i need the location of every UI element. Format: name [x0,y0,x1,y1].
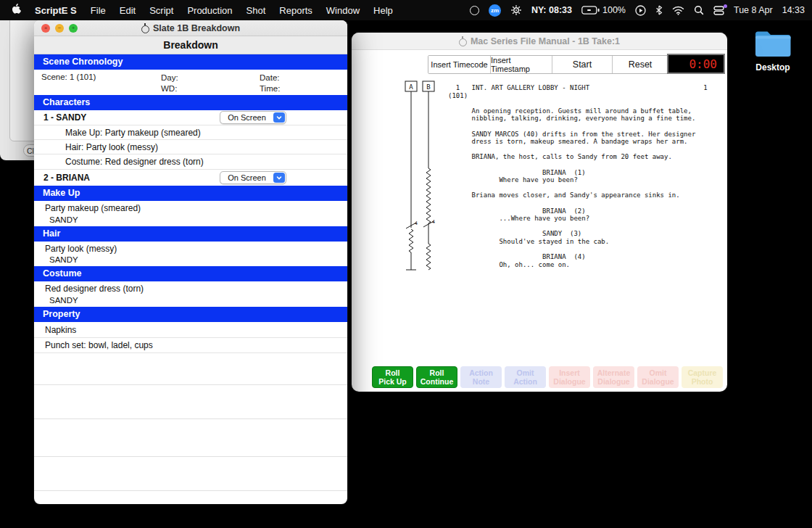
close-button[interactable]: × [41,24,50,33]
battery-percent: 100% [602,5,626,15]
character-detail-row: Hair: Party look (messy) [34,140,347,154]
script-toolbar: Insert Timecode Insert Timestamp Start R… [352,50,727,75]
menu-shot[interactable]: Shot [246,5,266,16]
hair-character: SANDY [34,253,347,266]
apple-menu-icon[interactable] [12,4,21,17]
menu-app-name[interactable]: ScriptE S [35,5,77,16]
section-characters: Characters [34,95,347,110]
menu-help[interactable]: Help [373,5,393,16]
menu-production[interactable]: Production [187,5,232,16]
onscreen-popup-sandy[interactable]: On Screen [220,111,286,124]
gear-icon[interactable] [510,4,522,16]
folder-label: Desktop [751,62,795,73]
chevron-down-icon [273,112,285,123]
insert-timecode-button[interactable]: Insert Timecode [428,56,491,73]
menu-script[interactable]: Script [149,5,173,16]
wifi-icon[interactable] [672,6,684,15]
makeup-item: Party makeup (smeared) [34,201,347,213]
desktop-folder[interactable]: Desktop [751,28,795,73]
wd-label: WD: [161,83,260,94]
scene-info: Scene: 1 (101) Day: WD: Date: Time: [34,70,347,95]
desktop: ScriptE S File Edit Script Production Sh… [0,0,812,528]
costume-character: SANDY [34,293,347,307]
menu-reports[interactable]: Reports [279,5,312,16]
alternate-dialogue-button[interactable]: AlternateDialogue [593,366,634,388]
chevron-down-icon [273,173,285,183]
stopwatch-icon [459,36,467,46]
search-icon[interactable] [694,5,704,15]
minimize-button[interactable]: − [55,24,64,33]
action-note-button[interactable]: ActionNote [460,366,502,388]
record-circle-icon[interactable] [470,6,479,15]
property-item: Napkins [34,322,347,338]
notification-dot [724,4,727,8]
slate-mark-b: B [426,83,430,91]
date-label: Date: [260,73,332,83]
stopwatch-icon [141,23,149,33]
pickup-take-number-b: 4 [432,219,435,225]
script-window-title: Mac Series File Manual - 1B Take:1 [352,36,727,46]
zoom-app-icon[interactable]: zm [489,4,501,17]
empty-row [34,419,347,457]
character-name: 2 - BRIANA [34,173,90,183]
reset-button[interactable]: Reset [613,56,668,73]
breakdown-heading: Breakdown [34,36,347,54]
character-detail-row: Make Up: Party makeup (smeared) [34,125,347,140]
breakdown-window: × − + Slate 1B Breakdown Breakdown Scene… [34,20,347,504]
action-button-row: RollPick Up RollContinue ActionNote Omit… [352,366,727,388]
traffic-lights: × − + [41,24,78,33]
zoom-button[interactable]: + [69,24,78,33]
menu-bar: ScriptE S File Edit Script Production Sh… [0,0,812,20]
menu-file[interactable]: File [91,5,106,16]
menu-date[interactable]: Tue 8 Apr [734,5,773,15]
section-property: Property [34,307,347,322]
section-costume: Costume [34,266,347,281]
omit-action-button[interactable]: OmitAction [505,366,546,388]
omit-dialogue-button[interactable]: OmitDialogue [637,366,679,388]
empty-row [34,385,347,419]
empty-row [34,353,347,385]
folder-icon [753,48,792,60]
script-window: Mac Series File Manual - 1B Take:1 Inser… [352,33,727,392]
roll-pickup-button[interactable]: RollPick Up [372,366,413,388]
menu-edit[interactable]: Edit [120,5,136,16]
makeup-character: SANDY [34,213,347,226]
character-row-briana: 2 - BRIANA On Screen [34,170,347,186]
character-name: 1 - SANDY [34,112,86,123]
empty-row [34,457,347,491]
scene-label: Scene: [41,73,67,81]
script-window-titlebar[interactable]: Mac Series File Manual - 1B Take:1 [352,33,727,50]
battery-status[interactable]: 100% [581,5,626,15]
character-row-sandy: 1 - SANDY On Screen [34,110,347,125]
bluetooth-icon[interactable] [655,5,663,15]
ny-clock: NY: 08:33 [531,5,572,15]
day-label: Day: [161,73,260,83]
roll-continue-button[interactable]: RollContinue [416,366,457,388]
script-page[interactable]: A B 4 4 1 INT. ART GALLERY LOBBY - NIGHT… [352,75,727,366]
section-make-up: Make Up [34,186,347,201]
menu-clock[interactable]: 14:33 [782,5,805,15]
breakdown-titlebar[interactable]: × − + Slate 1B Breakdown [34,20,347,36]
capture-photo-button[interactable]: CapturePhoto [682,366,723,388]
costume-item: Red designer dress (torn) [34,281,347,293]
onscreen-popup-briana[interactable]: On Screen [220,171,286,184]
scene-value: 1 (101) [70,73,96,81]
insert-dialogue-button[interactable]: InsertDialogue [549,366,590,388]
breakdown-window-title: Slate 1B Breakdown [34,23,347,33]
property-item: Punch set: bowl, ladel, cups [34,338,347,353]
screenplay-text: 1 INT. ART GALLERY LOBBY - NIGHT 1 (101)… [448,84,708,268]
menu-window[interactable]: Window [326,5,360,16]
control-center-icon[interactable] [713,6,724,15]
section-scene-chronology: Scene Chronology [34,54,347,70]
section-hair: Hair [34,226,347,242]
slate-mark-a: A [409,83,413,91]
play-circle-icon[interactable] [635,5,646,16]
pickup-take-number-a: 4 [415,220,418,226]
time-label: Time: [260,83,332,94]
insert-timestamp-button[interactable]: Insert Timestamp [491,56,552,73]
timer-display: 0:00 [667,54,725,74]
character-detail-row: Costume: Red designer dress (torn) [34,154,347,170]
start-button[interactable]: Start [552,56,613,73]
hair-item: Party look (messy) [34,242,347,253]
